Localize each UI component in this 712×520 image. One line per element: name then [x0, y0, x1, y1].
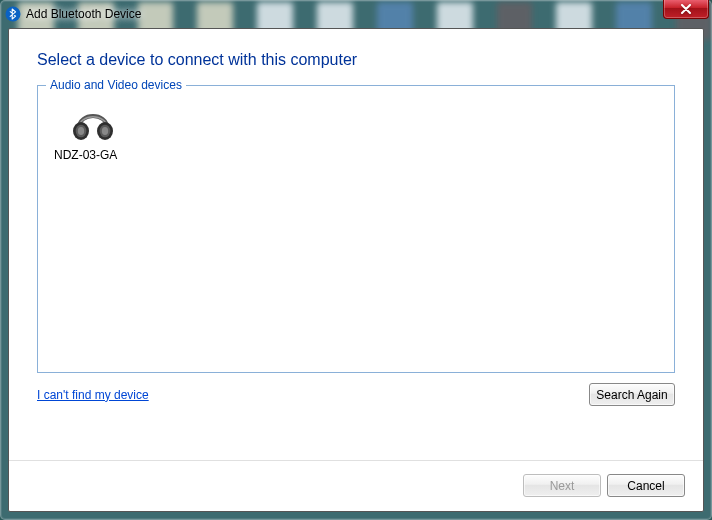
close-icon: [680, 4, 692, 14]
device-group: Audio and Video devices: [37, 85, 675, 373]
svg-point-6: [102, 127, 108, 135]
device-group-label: Audio and Video devices: [46, 78, 186, 92]
device-item[interactable]: NDZ-03-GA: [48, 100, 138, 162]
window-frame: Add Bluetooth Device Select a device to …: [0, 0, 712, 520]
separator: [9, 460, 703, 461]
wizard-button-row: Next Cancel: [523, 474, 685, 497]
page-heading: Select a device to connect with this com…: [37, 51, 675, 69]
cancel-button[interactable]: Cancel: [607, 474, 685, 497]
search-again-button[interactable]: Search Again: [589, 383, 675, 406]
headphones-icon: [69, 100, 117, 144]
next-button[interactable]: Next: [523, 474, 601, 497]
client-area: Select a device to connect with this com…: [8, 28, 704, 512]
cant-find-device-link[interactable]: I can't find my device: [37, 388, 149, 402]
bluetooth-icon: [5, 6, 21, 22]
window-title: Add Bluetooth Device: [26, 7, 141, 21]
close-button[interactable]: [663, 0, 709, 19]
device-label: NDZ-03-GA: [48, 148, 138, 162]
titlebar[interactable]: Add Bluetooth Device: [1, 1, 711, 27]
svg-point-3: [78, 127, 84, 135]
